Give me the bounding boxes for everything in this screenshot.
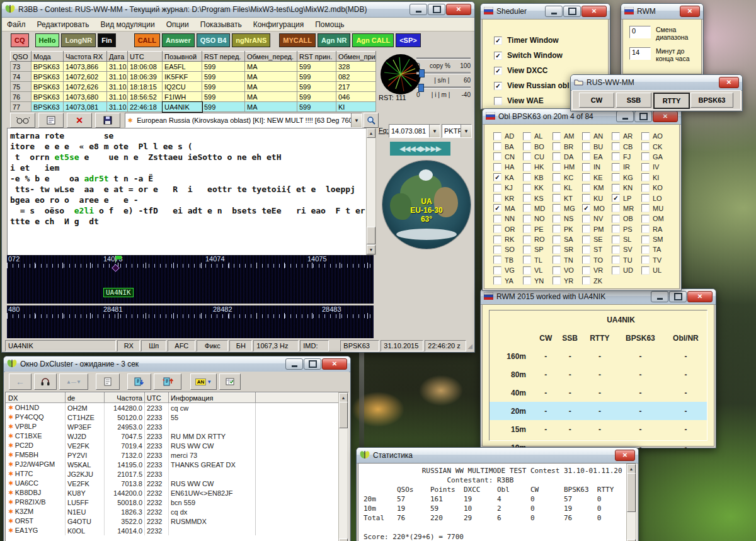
checkbox-icon[interactable] [582, 246, 590, 254]
qso-cell[interactable]: MA [245, 102, 297, 112]
macro-button[interactable]: CALL [134, 33, 160, 47]
qso-column-header[interactable]: Обмен_прин. [336, 52, 376, 62]
qso-cell[interactable]: KI [336, 102, 376, 112]
minimize-button[interactable] [545, 6, 563, 17]
obl-checkbox-ao[interactable]: AO [641, 131, 671, 141]
obl-checkbox-kr[interactable]: KR [493, 193, 523, 203]
checkbox-icon[interactable] [523, 256, 531, 264]
maximize-button[interactable] [428, 4, 445, 15]
checkbox-icon[interactable] [523, 173, 531, 181]
resize-grip[interactable]: ◢ [467, 343, 472, 350]
qso-column-header[interactable]: Позывной [163, 52, 202, 62]
checkbox-icon[interactable] [582, 184, 590, 192]
obl-checkbox-fj[interactable]: FJ [612, 152, 641, 162]
qso-cell[interactable]: 599 [297, 82, 336, 92]
dx-spot-row[interactable]: ✶K3ZMN1EU1826.32232cq dx [6, 507, 343, 516]
checkbox-icon[interactable] [612, 204, 620, 212]
qso-cell[interactable]: 599 [297, 102, 336, 112]
checkbox-icon[interactable] [493, 194, 501, 202]
obl-checkbox-ea[interactable]: EA [582, 152, 612, 162]
frequency-combo[interactable]: 14.073.081▼ [389, 124, 440, 138]
obl-checkbox-nv[interactable]: NV [582, 214, 612, 224]
back-icon[interactable]: ← [9, 373, 32, 390]
minimize-button[interactable] [285, 358, 303, 370]
obl-checkbox-tu[interactable]: TU [612, 255, 641, 265]
obl-checkbox-vr[interactable]: VR [582, 265, 612, 275]
qso-cell[interactable]: IK5FKF [163, 72, 202, 82]
close-button[interactable]: ✕ [680, 6, 700, 17]
obl-checkbox-ob[interactable]: OB [612, 214, 641, 224]
qso-cell[interactable]: BPSK63 [32, 72, 64, 82]
obl-checkbox-ba[interactable]: BA [493, 141, 523, 151]
scroll-down-icon[interactable]: ▼ [339, 538, 348, 541]
qso-cell[interactable]: 599 [297, 92, 336, 102]
slider-track[interactable] [416, 86, 471, 89]
stats-title-bar[interactable]: Статистика ✕ [357, 448, 638, 464]
checkbox-icon[interactable] [641, 246, 650, 254]
checkbox-icon[interactable]: ✓ [494, 67, 502, 75]
worked-band-row[interactable]: 20m----- [490, 402, 707, 420]
close-button[interactable]: ✕ [615, 450, 635, 461]
checkbox-icon[interactable]: ✓ [494, 82, 502, 90]
checkbox-icon[interactable]: ✓ [582, 204, 590, 212]
checkbox-icon[interactable] [612, 142, 620, 151]
dxcluster-scrollbar[interactable]: ▲ ▼ [338, 392, 348, 541]
obl-checkbox-bu[interactable]: BU [582, 141, 612, 151]
rx-decoded-text[interactable]: mtarna rote seitore e e e « e8 m ote Pl … [7, 128, 370, 257]
checkbox-icon[interactable] [493, 184, 501, 192]
checkbox-icon[interactable] [493, 276, 501, 285]
close-button[interactable]: ✕ [719, 77, 739, 88]
scroll-up-icon[interactable]: ▲ [339, 393, 348, 402]
qso-cell[interactable]: 77 [11, 102, 32, 112]
mult-info-combo[interactable]: ✶ European Russia (Kirovskaya oblast) [K… [125, 113, 362, 128]
obl-checkbox-tb[interactable]: TB [493, 255, 523, 265]
worked-band-row[interactable]: 160m----- [490, 347, 707, 365]
qso-cell[interactable]: 14072,602 [64, 72, 107, 82]
waterfall-20m[interactable]: 072140731407414075 UA4NIK [7, 255, 374, 304]
close-button[interactable]: ✕ [653, 111, 678, 122]
checkbox-icon[interactable] [582, 194, 590, 202]
checkbox-icon[interactable] [493, 266, 501, 275]
qso-row[interactable]: 75BPSK6314072,62631.10.18:18:15IQ2CU599M… [11, 82, 376, 92]
obl-checkbox-sa[interactable]: SA [553, 234, 582, 244]
dx-column-header[interactable]: UTC [145, 393, 169, 403]
slider-track[interactable] [416, 72, 471, 74]
obl-checkbox-rk[interactable]: RK [493, 234, 523, 244]
obl-checkbox-hm[interactable]: HM [553, 162, 582, 172]
dxcluster-title-bar[interactable]: Окно DxCluster - ожидание - 3 сек ✕ [4, 356, 350, 372]
stats-scrollbar[interactable]: ▲ ▼ [626, 464, 636, 541]
checkbox-icon[interactable] [612, 266, 620, 275]
obl-checkbox-om[interactable]: OM [641, 214, 671, 224]
azimuth-globe[interactable]: UA EU-16-30 63° [382, 161, 471, 249]
checkbox-icon[interactable] [553, 204, 561, 212]
checkbox-icon[interactable] [641, 152, 650, 161]
sheduler-option[interactable]: ✓View DXCC [494, 66, 547, 75]
dx-spot-row[interactable]: ✶HT7CJG2KJU21017.52233 [6, 469, 343, 479]
obl-checkbox-pk[interactable]: PK [553, 224, 582, 234]
checkbox-icon[interactable] [553, 152, 561, 161]
obl-checkbox-br[interactable]: BR [553, 141, 582, 151]
checkbox-icon[interactable] [582, 173, 590, 181]
sheduler-option[interactable]: ✓View Russian obl [494, 81, 569, 90]
obl-checkbox-ns[interactable]: NS [553, 214, 582, 224]
checkbox-icon[interactable] [641, 132, 650, 140]
dx-column-header[interactable]: Частота [105, 393, 145, 403]
qso-column-header[interactable]: Дата [107, 52, 128, 62]
obl-checkbox-zk[interactable]: ZK [582, 275, 612, 285]
obl-checkbox-so[interactable]: SO [493, 244, 523, 254]
obl-checkbox-se[interactable]: SE [582, 234, 612, 244]
checkbox-icon[interactable] [553, 225, 561, 233]
obl-checkbox-kn[interactable]: KN [612, 183, 641, 193]
qso-cell[interactable]: BPSK63 [32, 82, 64, 92]
dx-scroll-thumb[interactable] [339, 402, 348, 428]
rwm-title-bar[interactable]: RWM ✕ [621, 4, 703, 20]
checkbox-icon[interactable] [493, 215, 501, 223]
checkbox-icon[interactable] [493, 132, 501, 140]
qso-column-header[interactable]: QSO [11, 52, 32, 62]
dx-spot-row[interactable]: ✶PC2DVE2FK7019.42233RUS WW CW [6, 441, 343, 450]
macro-button[interactable]: Hello [35, 33, 60, 47]
qso-cell[interactable]: 14073,680 [64, 92, 107, 102]
mode-button-ssb[interactable]: SSB [616, 93, 651, 108]
dx-column-header[interactable] [256, 393, 343, 403]
qso-row[interactable]: 77BPSK6314073,08131.10.22:46:18UA4NIK599… [11, 102, 376, 112]
